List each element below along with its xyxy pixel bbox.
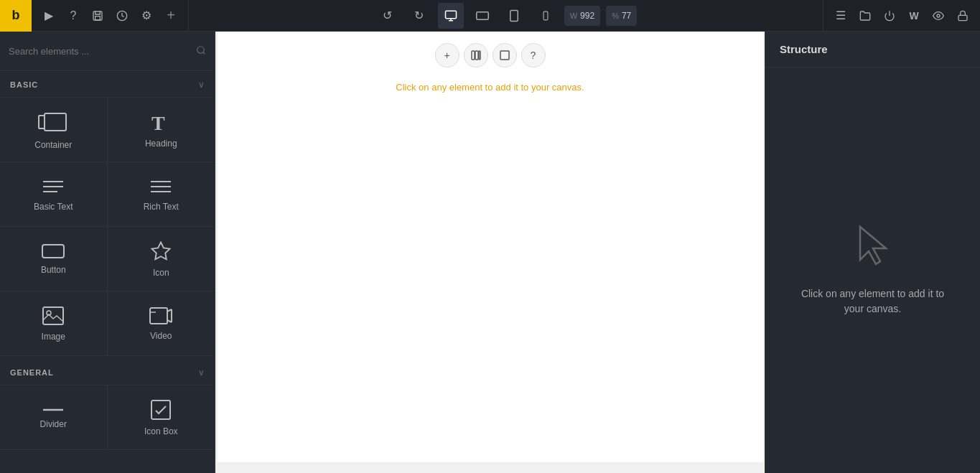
save-button[interactable]: [86, 4, 109, 27]
canvas-help-button[interactable]: ?: [521, 43, 546, 67]
star-icon: [150, 240, 172, 262]
image-label: Image: [42, 332, 65, 342]
video-icon: [149, 306, 173, 325]
help-button[interactable]: ?: [62, 4, 85, 27]
svg-rect-2: [445, 11, 456, 19]
section-basic-header[interactable]: BASIC ∨: [0, 71, 215, 97]
basic-text-label: Basic Text: [34, 202, 73, 212]
settings-button[interactable]: ⚙: [135, 4, 158, 27]
search-icon: [196, 45, 206, 57]
element-basic-text[interactable]: Basic Text: [0, 162, 108, 227]
svg-rect-36: [479, 51, 480, 60]
play-button[interactable]: ▶: [37, 4, 60, 27]
image-icon: [42, 306, 65, 326]
section-general-title: GENERAL: [10, 368, 54, 377]
width-metric: W 992: [564, 6, 600, 26]
element-rich-text[interactable]: Rich Text: [108, 162, 215, 227]
publish-button[interactable]: [951, 4, 974, 27]
structure-content: Click on any element to add it to your c…: [765, 67, 980, 473]
app-logo[interactable]: b: [0, 0, 32, 32]
general-elements-grid: Divider Icon Box: [0, 385, 215, 450]
undo-button[interactable]: ↺: [375, 3, 401, 29]
button-icon: [41, 243, 65, 259]
redo-button[interactable]: ↻: [406, 3, 432, 29]
toolbar-center-section: ↺ ↻ W 992 % 77: [189, 3, 823, 29]
width-label: W: [570, 11, 577, 20]
canvas-section-button[interactable]: [493, 43, 517, 67]
left-sidebar: BASIC ∨ Container T: [0, 32, 215, 473]
svg-rect-25: [43, 307, 63, 324]
svg-rect-14: [45, 113, 66, 131]
rich-text-label: Rich Text: [144, 202, 179, 212]
tablet-button[interactable]: [501, 3, 527, 29]
svg-rect-11: [958, 15, 967, 20]
svg-rect-35: [475, 51, 478, 60]
canvas-columns-button[interactable]: [464, 43, 488, 67]
zoom-label: %: [612, 11, 619, 20]
container-icon: [37, 110, 69, 134]
right-sidebar: Structure Click on any element to add it…: [765, 32, 980, 473]
svg-point-12: [197, 46, 204, 52]
svg-marker-24: [152, 242, 170, 259]
svg-line-13: [203, 52, 205, 54]
canvas-area[interactable]: + ? Click on any element to add it to yo…: [215, 32, 765, 473]
element-image[interactable]: Image: [0, 291, 108, 356]
svg-rect-23: [42, 245, 64, 258]
heading-icon: T: [150, 111, 172, 133]
list-button[interactable]: ☰: [829, 4, 852, 27]
folder-button[interactable]: [854, 4, 877, 27]
svg-rect-6: [510, 10, 518, 21]
element-button[interactable]: Button: [0, 227, 108, 291]
canvas-toolbar: + ?: [435, 43, 546, 67]
element-container[interactable]: Container: [0, 98, 108, 162]
element-icon-box[interactable]: Icon Box: [108, 385, 215, 450]
width-value: 992: [580, 11, 594, 21]
rich-text-icon: [149, 177, 172, 196]
element-video[interactable]: Video: [108, 291, 215, 356]
zoom-value: 77: [622, 11, 631, 21]
svg-rect-37: [500, 51, 509, 60]
svg-rect-5: [476, 11, 488, 19]
mobile-button[interactable]: [533, 3, 559, 29]
add-button[interactable]: +: [159, 4, 182, 27]
heading-label: Heading: [145, 139, 177, 149]
zoom-metric: % 77: [606, 6, 637, 26]
section-basic-title: BASIC: [10, 80, 38, 89]
wordpress-button[interactable]: W: [902, 4, 925, 27]
container-label: Container: [34, 140, 72, 150]
divider-label: Divider: [40, 419, 67, 429]
svg-text:T: T: [151, 112, 165, 133]
structure-hint: Click on any element to add it to your c…: [801, 286, 945, 317]
icon-label: Icon: [153, 268, 169, 278]
basic-text-icon: [42, 177, 65, 196]
structure-title: Structure: [765, 32, 980, 67]
preview-button[interactable]: [927, 4, 950, 27]
search-bar[interactable]: [0, 32, 215, 71]
svg-rect-33: [151, 401, 170, 419]
canvas-add-button[interactable]: +: [435, 43, 459, 67]
element-divider[interactable]: Divider: [0, 385, 108, 450]
svg-point-10: [937, 14, 940, 17]
search-input[interactable]: [9, 46, 196, 57]
desktop-button[interactable]: [438, 3, 464, 29]
icon-box-icon: [150, 399, 172, 421]
divider-icon: [42, 406, 65, 413]
basic-elements-grid: Container T Heading: [0, 97, 215, 356]
button-label: Button: [41, 265, 66, 275]
toolbar-left-section: ▶ ? ⚙ +: [32, 0, 189, 31]
history-button[interactable]: [111, 4, 134, 27]
cursor-icon: [854, 224, 892, 275]
section-basic-chevron: ∨: [198, 80, 205, 90]
main-layout: BASIC ∨ Container T: [0, 32, 980, 473]
toolbar-right-section: ☰ W: [823, 0, 980, 31]
wide-tablet-button[interactable]: [470, 3, 495, 29]
svg-rect-7: [543, 11, 548, 20]
element-icon[interactable]: Icon: [108, 227, 215, 291]
element-heading[interactable]: T Heading: [108, 98, 215, 162]
svg-rect-34: [472, 51, 475, 60]
svg-rect-15: [39, 116, 45, 128]
icon-box-label: Icon Box: [144, 426, 178, 436]
svg-rect-27: [150, 308, 167, 324]
power-button[interactable]: [878, 4, 901, 27]
section-general-header[interactable]: GENERAL ∨: [0, 359, 215, 385]
